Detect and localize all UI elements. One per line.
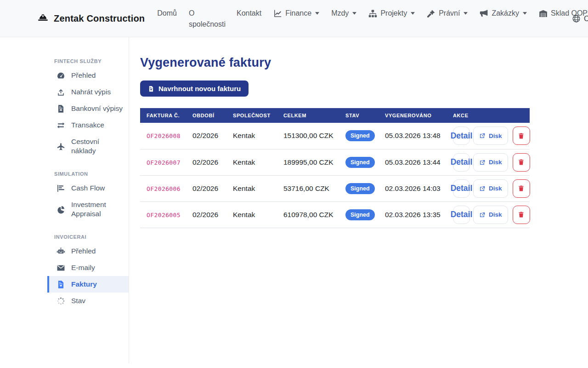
sidebar-item[interactable]: Stav <box>47 293 129 309</box>
external-link-icon <box>479 159 486 166</box>
row-actions: Detail Disk <box>453 153 523 172</box>
top-navbar: Zentak Construction Domů O společnosti K… <box>0 0 588 37</box>
sidebar-item-label: E-maily <box>71 263 95 272</box>
disk-button[interactable]: Disk <box>473 179 508 198</box>
gavel-icon <box>427 9 435 18</box>
invoice-number-link[interactable]: OF2026007 <box>147 159 181 166</box>
delete-button[interactable] <box>513 179 530 198</box>
row-actions: Detail Disk <box>453 206 523 224</box>
sidebar-item[interactable]: Přehled <box>47 243 129 259</box>
nav-item-label: O společnosti <box>189 8 226 30</box>
column-header: AKCE <box>447 108 530 123</box>
sidebar-item-label: Cash Flow <box>71 184 105 193</box>
sidebar-item-label: Stav <box>71 296 85 305</box>
sitemap-icon <box>368 9 377 18</box>
invoice-number-link[interactable]: OF2026006 <box>147 185 181 192</box>
total-cell: 610978,00 CZK <box>277 201 339 228</box>
brand[interactable]: Zentak Construction <box>37 0 145 37</box>
sidebar-section-title: FINTECH SLUŽBY <box>47 58 129 67</box>
invoice-row: OF2026005 02/2026 Kentak 610978,00 CZK S… <box>140 201 530 228</box>
bullhorn-icon <box>480 9 488 18</box>
nav-item[interactable]: Projekty <box>362 8 421 19</box>
detail-button[interactable]: Detail <box>453 179 470 198</box>
detail-button[interactable]: Detail <box>453 153 470 172</box>
nav-item[interactable]: Finance <box>267 8 325 19</box>
company-cell: Kentak <box>226 149 277 175</box>
disk-button[interactable]: Disk <box>473 153 508 172</box>
nav-item-label: Mzdy <box>331 8 349 19</box>
delete-button[interactable] <box>513 153 530 172</box>
trash-icon <box>518 132 525 140</box>
language-selector[interactable]: CS <box>572 0 588 37</box>
status-badge: Signed <box>345 130 375 141</box>
row-actions: Detail Disk <box>453 126 523 145</box>
nav-item[interactable]: Mzdy <box>325 8 362 19</box>
invoice-row: OF2026006 02/2026 Kentak 53716,00 CZK Si… <box>140 175 530 201</box>
company-cell: Kentak <box>226 201 277 228</box>
total-cell: 151300,00 CZK <box>277 123 339 149</box>
main-nav: Domů O společnosti Kontakt Finance <box>151 0 588 37</box>
sidebar-section: INVOICERAI Přehled E-maily Faktury <box>47 234 129 309</box>
nav-item[interactable]: Kontakt <box>231 8 267 19</box>
period-cell: 02/2026 <box>186 201 226 228</box>
detail-button[interactable]: Detail <box>453 126 470 145</box>
brand-name: Zentak Construction <box>54 13 145 24</box>
delete-button[interactable] <box>513 206 530 224</box>
external-link-icon <box>479 212 486 218</box>
sidebar-item[interactable]: Investment Appraisal <box>47 196 129 222</box>
delete-button[interactable] <box>513 126 530 145</box>
chart-bar-icon <box>57 184 65 193</box>
sidebar-section: SIMULATION Cash Flow Investment Appraisa… <box>47 171 129 222</box>
invoice-number-link[interactable]: OF2026008 <box>147 132 181 139</box>
caret-down-icon <box>411 12 415 15</box>
sidebar-item-label: Cestovní náklady <box>71 137 125 155</box>
caret-down-icon <box>352 12 356 15</box>
column-header: OBDOBÍ <box>186 108 226 123</box>
sidebar-section: FINTECH SLUŽBY Přehled Nahrát výpis Bank… <box>47 58 129 159</box>
sidebar: FINTECH SLUŽBY Přehled Nahrát výpis Bank… <box>0 37 129 363</box>
plane-icon <box>57 142 65 151</box>
disk-button[interactable]: Disk <box>473 126 508 145</box>
sidebar-item[interactable]: Nahrát výpis <box>47 84 129 100</box>
page-title: Vygenerované faktury <box>140 56 577 70</box>
sidebar-section-title: INVOICERAI <box>47 234 129 243</box>
spinner-icon <box>57 297 65 305</box>
sidebar-item[interactable]: Transakce <box>47 117 129 133</box>
column-header: STAV <box>339 108 379 123</box>
nav-item-label: Kontakt <box>237 8 261 19</box>
sidebar-item[interactable]: Cestovní náklady <box>47 133 129 159</box>
exchange-icon <box>57 121 65 130</box>
invoice-row: OF2026007 02/2026 Kentak 189995,00 CZK S… <box>140 149 530 175</box>
column-header: SPOLEČNOST <box>226 108 277 123</box>
sidebar-section-title: SIMULATION <box>47 171 129 180</box>
sidebar-item-label: Investment Appraisal <box>71 200 125 218</box>
nav-item[interactable]: Zakázky <box>474 8 533 19</box>
nav-item[interactable]: Domů <box>151 8 183 19</box>
language-label: CS <box>584 14 588 23</box>
status-badge: Signed <box>345 209 375 220</box>
sidebar-item[interactable]: Faktury <box>47 276 129 293</box>
sidebar-item[interactable]: Bankovní výpisy <box>47 100 129 117</box>
envelope-icon <box>57 264 65 272</box>
status-badge: Signed <box>345 157 375 168</box>
total-cell: 53716,00 CZK <box>277 175 339 201</box>
trash-icon <box>518 158 525 166</box>
generated-cell: 02.03.2026 13:35 <box>379 201 447 228</box>
external-link-icon <box>479 185 486 192</box>
helmet-icon <box>37 13 49 24</box>
disk-button[interactable]: Disk <box>473 206 508 224</box>
invoice-number-link[interactable]: OF2026005 <box>147 212 181 218</box>
detail-button[interactable]: Detail <box>453 206 470 224</box>
nav-item[interactable]: Právní <box>421 8 474 19</box>
period-cell: 02/2026 <box>186 123 226 149</box>
new-invoice-button[interactable]: Navrhnout novou fakturu <box>140 80 249 97</box>
external-link-icon <box>479 132 486 139</box>
sidebar-item-label: Přehled <box>71 71 96 80</box>
sidebar-item[interactable]: E-maily <box>47 259 129 276</box>
sidebar-item[interactable]: Přehled <box>47 67 129 84</box>
sidebar-item[interactable]: Cash Flow <box>47 180 129 196</box>
column-header: CELKEM <box>277 108 339 123</box>
nav-item-label: Domů <box>157 8 177 19</box>
nav-item[interactable]: O společnosti <box>183 8 231 30</box>
invoices-table: FAKTURA Č. OBDOBÍ SPOLEČNOST CELKEM STAV… <box>140 108 530 228</box>
